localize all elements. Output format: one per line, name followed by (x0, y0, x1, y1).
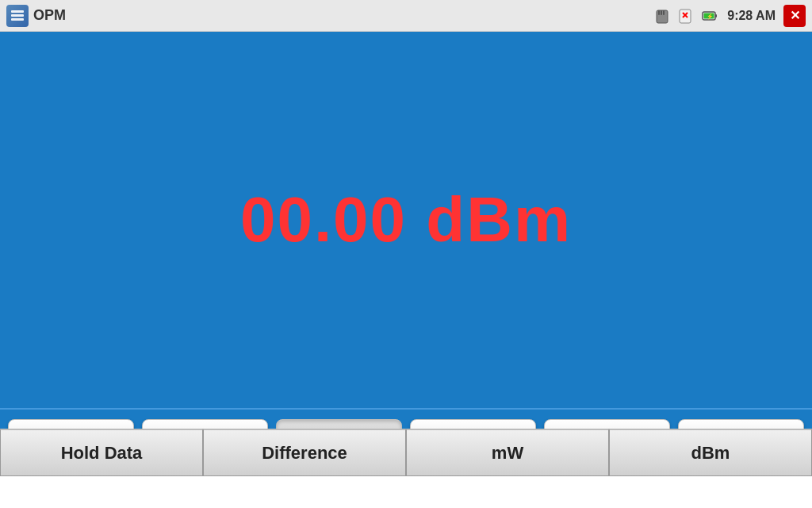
main-area: 00.00 dBm 85013001310149015501625 Hold D… (0, 32, 812, 476)
action-btn-dbm[interactable]: dBm (609, 429, 812, 476)
close-button[interactable]: ✕ (783, 5, 806, 27)
svg-rect-1 (11, 14, 24, 17)
sd-card-icon (653, 8, 672, 24)
reading-display: 00.00 dBm (240, 32, 572, 408)
title-right: ⚡ 9:28 AM ✕ (653, 5, 806, 27)
action-btn-difference[interactable]: Difference (203, 429, 406, 476)
app-title: OPM (33, 7, 66, 24)
action-row: Hold DataDifferencemWdBm (0, 429, 812, 476)
svg-rect-5 (661, 10, 662, 15)
action-btn-hold-data[interactable]: Hold Data (0, 429, 203, 476)
svg-rect-2 (11, 18, 24, 21)
svg-text:⚡: ⚡ (707, 13, 714, 20)
battery-icon: ⚡ (700, 8, 719, 24)
svg-rect-7 (680, 10, 691, 23)
app-icon (6, 5, 29, 27)
reading-value: 00.00 dBm (240, 183, 572, 256)
svg-rect-4 (658, 10, 660, 15)
x-file-icon (676, 8, 695, 24)
action-btn-mw[interactable]: mW (406, 429, 609, 476)
svg-rect-0 (11, 10, 24, 13)
title-bar: OPM ⚡ (0, 0, 812, 32)
svg-rect-11 (715, 14, 717, 17)
title-left: OPM (6, 5, 66, 27)
time-display: 9:28 AM (727, 9, 776, 23)
svg-rect-6 (663, 10, 665, 15)
